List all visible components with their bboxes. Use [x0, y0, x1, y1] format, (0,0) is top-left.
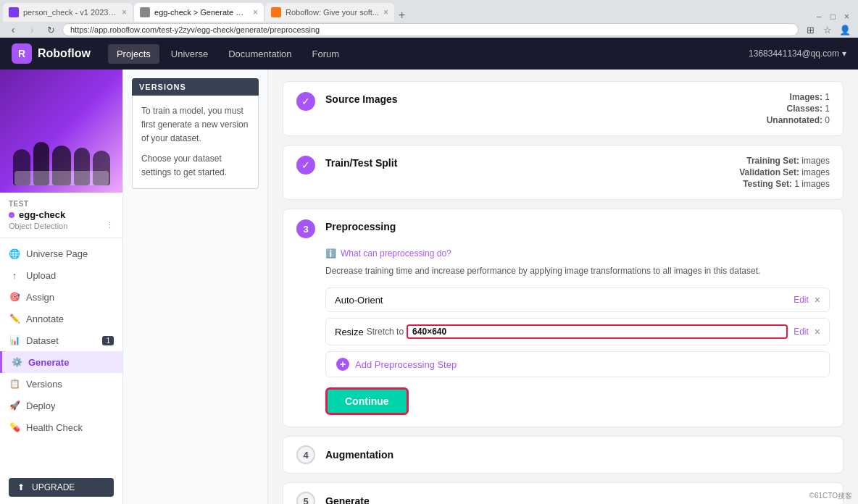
tab-1-favicon — [9, 7, 19, 17]
annotate-icon: ✏️ — [9, 313, 20, 324]
resize-close-icon[interactable]: × — [815, 326, 820, 337]
preprocessing-hint-text: What can preprocessing do? — [341, 248, 451, 259]
tab-1-title: person_check - v1 2023-0... — [23, 8, 117, 17]
generate-icon: ⚙️ — [11, 356, 22, 368]
step5-title: Generate — [325, 495, 370, 504]
sidebar-item-universe-page[interactable]: 🌐 Universe Page — [0, 243, 122, 264]
project-type: Object Detection ⋮ — [9, 221, 114, 230]
step2-meta: Training Set: images Validation Set: ima… — [739, 156, 830, 189]
step1-meta: Images: 1 Classes: 1 Unannotated: 0 — [767, 92, 830, 125]
window-controls: – □ × — [814, 12, 855, 22]
step4-num-icon: 4 — [296, 445, 315, 464]
sidebar-item-annotate-label: Annotate — [26, 314, 64, 324]
tab-3[interactable]: Roboflow: Give your soft... × — [265, 3, 394, 22]
step5-card: 5 Generate — [283, 482, 844, 504]
sidebar-menu: 🌐 Universe Page ↑ Upload 🎯 Assign ✏️ Ann… — [0, 243, 122, 438]
universe-page-icon: 🌐 — [9, 248, 20, 259]
profile-button[interactable]: 👤 — [838, 22, 852, 37]
sidebar-item-versions[interactable]: 📋 Versions — [0, 373, 122, 395]
extensions-button[interactable]: ⊞ — [803, 22, 817, 37]
project-name: egg-check — [19, 209, 65, 220]
tab-add-button[interactable]: + — [396, 9, 408, 22]
sidebar-divider — [0, 238, 122, 238]
minimize-button[interactable]: – — [814, 12, 825, 22]
continue-button[interactable]: Continue — [325, 387, 409, 415]
step5-header: 5 Generate — [283, 483, 843, 504]
nav-universe[interactable]: Universe — [162, 44, 217, 64]
sidebar-item-health-check[interactable]: 💊 Health Check — [0, 416, 122, 438]
health-check-icon: 💊 — [9, 421, 20, 433]
url-input[interactable]: https://app.roboflow.com/test-y2zyv/egg-… — [62, 23, 799, 36]
versions-header: VERSIONS — [132, 78, 259, 96]
tab-1[interactable]: person_check - v1 2023-0... × — [3, 3, 133, 22]
auto-orient-edit-button[interactable]: Edit — [794, 295, 809, 305]
close-button[interactable]: × — [841, 12, 852, 22]
resize-sub-label: Stretch to — [367, 327, 404, 337]
step2-check-icon: ✓ — [296, 156, 315, 175]
sidebar-item-universe-page-label: Universe Page — [26, 248, 88, 259]
sidebar-item-generate[interactable]: ⚙️ Generate — [0, 351, 122, 373]
sidebar-item-dataset[interactable]: 📊 Dataset 1 — [0, 329, 122, 351]
tab-1-close[interactable]: × — [122, 7, 127, 17]
more-options-icon[interactable]: ⋮ — [106, 221, 114, 230]
logo-icon: R — [12, 43, 32, 64]
add-step-plus-icon: + — [336, 358, 349, 371]
sidebar: TEST egg-check Object Detection ⋮ 🌐 Univ… — [0, 70, 123, 504]
versions-panel: VERSIONS To train a model, you must firs… — [123, 70, 268, 504]
bookmark-button[interactable]: ☆ — [820, 22, 835, 37]
resize-label: Resize — [335, 327, 364, 337]
tab-3-favicon — [271, 7, 281, 17]
nav-documentation[interactable]: Documentation — [220, 44, 300, 64]
tab-3-title: Roboflow: Give your soft... — [286, 8, 379, 17]
tab-2-close[interactable]: × — [253, 7, 258, 17]
step2-card: ✓ Train/Test Split Training Set: images … — [283, 145, 844, 200]
step1-card: ✓ Source Images Images: 1 Classes: 1 Una… — [283, 81, 844, 136]
sidebar-item-versions-label: Versions — [26, 379, 62, 390]
auto-orient-close-icon[interactable]: × — [815, 294, 820, 306]
reload-button[interactable]: ↻ — [43, 22, 58, 37]
step1-classes: Classes: 1 — [787, 104, 830, 114]
resize-edit-button[interactable]: Edit — [794, 327, 809, 337]
chevron-down-icon: ▾ — [842, 49, 846, 59]
logo[interactable]: R Roboflow — [12, 43, 91, 64]
nav-forum[interactable]: Forum — [304, 44, 349, 64]
tab-3-close[interactable]: × — [383, 7, 388, 17]
sidebar-item-generate-label: Generate — [28, 357, 69, 368]
test-badge: TEST — [9, 200, 114, 208]
step4-title: Augmentation — [325, 449, 393, 461]
preprocessing-hint[interactable]: ℹ️ What can preprocessing do? — [325, 248, 830, 259]
add-preprocessing-step-button[interactable]: + Add Preprocessing Step — [325, 351, 830, 377]
nav-links: Projects Universe Documentation Forum — [108, 44, 731, 64]
versions-description-box: To train a model, you must first generat… — [132, 96, 259, 189]
sidebar-item-deploy-label: Deploy — [26, 400, 55, 411]
user-email: 13683441134@qq.com — [749, 49, 839, 59]
add-step-label: Add Preprocessing Step — [355, 359, 457, 370]
sidebar-item-assign[interactable]: 🎯 Assign — [0, 286, 122, 308]
dataset-icon: 📊 — [9, 335, 20, 346]
dataset-badge: 1 — [102, 336, 114, 345]
sidebar-item-health-check-label: Health Check — [26, 422, 83, 433]
step1-images: Images: 1 — [790, 92, 830, 102]
step3-header: 3 Preprocessing — [283, 209, 843, 248]
sidebar-item-upload[interactable]: ↑ Upload — [0, 264, 122, 286]
step3-title: Preprocessing — [325, 219, 396, 232]
user-menu[interactable]: 13683441134@qq.com ▾ — [749, 49, 846, 59]
tab-2[interactable]: egg-check > Generate Ne... × — [134, 3, 264, 22]
sidebar-item-deploy[interactable]: 🚀 Deploy — [0, 395, 122, 416]
versions-icon: 📋 — [9, 378, 20, 390]
step2-training: Training Set: images — [746, 156, 830, 166]
step4-header: 4 Augmentation — [283, 437, 843, 473]
maximize-button[interactable]: □ — [828, 12, 838, 22]
step4-card: 4 Augmentation — [283, 436, 844, 474]
versions-desc-line2: Choose your dataset settings to get star… — [141, 152, 249, 180]
forward-button[interactable]: › — [25, 22, 39, 37]
back-button[interactable]: ‹ — [6, 22, 20, 37]
nav-projects[interactable]: Projects — [108, 44, 159, 64]
upgrade-button[interactable]: ⬆ UPGRADE — [9, 478, 114, 497]
tab-2-favicon — [140, 7, 150, 17]
step2-validation: Validation Set: images — [739, 167, 830, 177]
logo-text: Roboflow — [38, 47, 91, 60]
sidebar-item-annotate[interactable]: ✏️ Annotate — [0, 308, 122, 329]
resize-item: Resize Stretch to 640×640 Edit × — [325, 318, 830, 345]
app: R Roboflow Projects Universe Documentati… — [0, 38, 858, 504]
